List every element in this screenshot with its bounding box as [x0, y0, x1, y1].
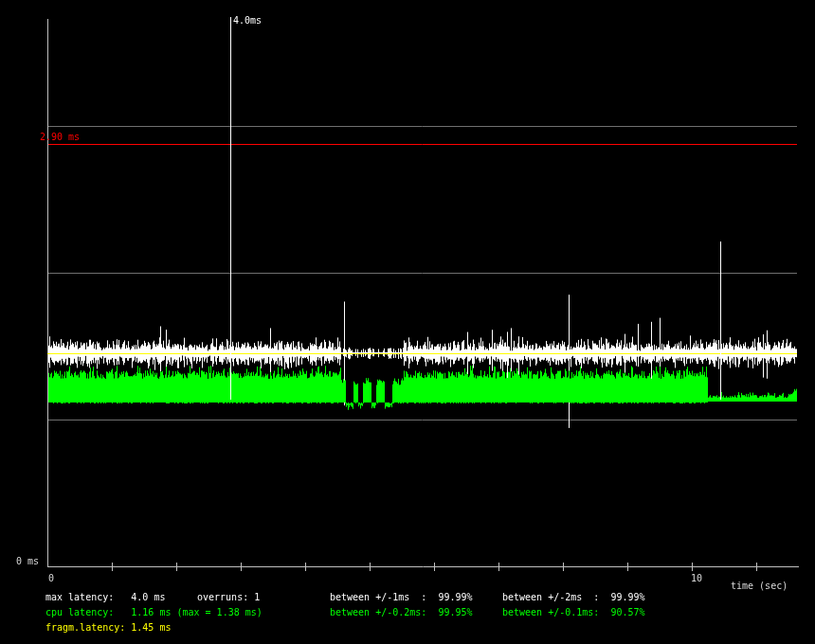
stat-fragm-latency: fragm.latency: 1.45 ms — [45, 622, 171, 633]
spike-peak-label: 4.0ms — [233, 15, 262, 26]
stat-overruns: overruns: 1 — [197, 592, 260, 602]
threshold-label: 2.90 ms — [40, 132, 80, 142]
stat-between-02ms: between +/-0.2ms: 99.95% — [330, 607, 473, 617]
x-tick-label-0: 0 — [48, 573, 54, 583]
latency-test-screen: 0 ms 4.0ms 2.90 ms 0 10 time (sec) max l… — [0, 0, 815, 644]
stat-between-01ms: between +/-0.1ms: 90.57% — [502, 607, 645, 617]
x-axis-title: time (sec) — [731, 581, 788, 591]
stat-between-1ms: between +/-1ms : 99.99% — [330, 592, 473, 602]
latency-chart-canvas — [0, 0, 815, 644]
y-axis-zero-label: 0 ms — [16, 556, 39, 566]
stat-cpu-latency: cpu latency: 1.16 ms (max = 1.38 ms) — [45, 607, 263, 617]
stat-between-2ms: between +/-2ms : 99.99% — [502, 592, 645, 602]
x-tick-label-10: 10 — [691, 573, 702, 583]
stat-max-latency: max latency: 4.0 ms — [45, 592, 165, 602]
